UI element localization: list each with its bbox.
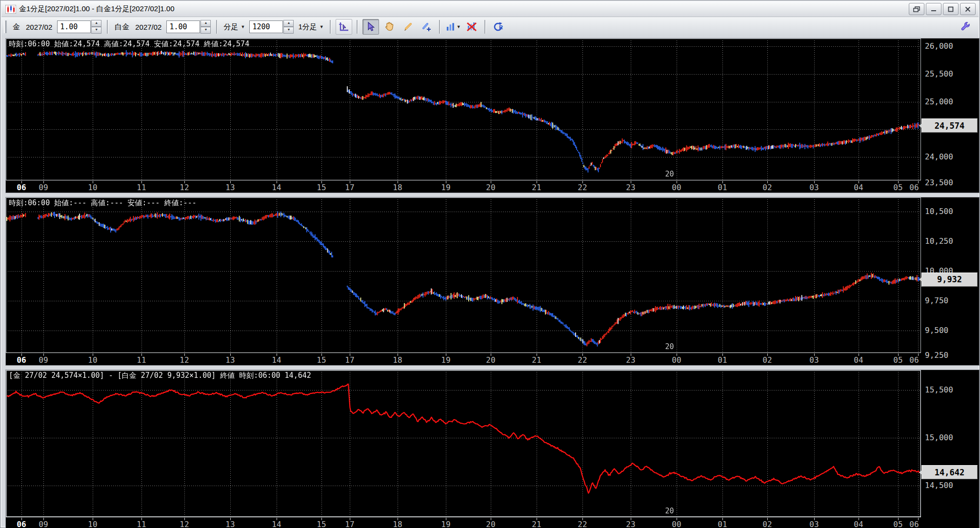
gold-multiplier-up-button[interactable]: ▲ [91,20,101,27]
axes-cursor-icon [338,21,350,33]
toolbar-separator [216,20,218,34]
x-axis-label: 01 [718,183,727,192]
select-cursor-tool-button[interactable] [362,19,379,35]
gold-chart-canvas[interactable] [6,39,921,180]
x-axis-label: 19 [441,520,450,528]
x-axis-label: 03 [809,183,819,192]
bar-count-down-button[interactable]: ▼ [283,27,294,34]
x-axis-label: 21 [532,520,541,528]
bar-type-dropdown[interactable]: 分足 ▼ [223,22,245,32]
x-axis-label: 05 [893,520,902,528]
bar-count-input[interactable]: 1200 [249,20,283,33]
app-window: 金1分足[2027/02]1.00 - 白金1分足[2027/02]1.00 金… [0,0,980,528]
x-axis-label: 10 [88,520,97,528]
pencil-tool-button[interactable] [400,19,416,35]
platinum-price-axis[interactable]: 9,932 10,50010,25010,0009,7509,5009,250 [921,197,979,365]
platinum-panel: 時刻:06:00 始値:--- 高値:--- 安値:--- 終値:--- 20 … [5,197,980,366]
bar-count-up-button[interactable]: ▲ [283,20,294,27]
x-axis-label: 03 [809,520,819,528]
x-axis-label: 17 [345,355,354,365]
close-button[interactable] [960,3,976,15]
x-axis-label: 09 [39,355,48,365]
gold-info-line: 時刻:06:00 始値:24,574 高値:24,574 安値:24,574 終… [9,39,249,49]
clear-chart-icon [466,21,478,33]
platinum-symbol-label: 白金 [115,22,129,32]
y-axis-label: 24,000 [925,152,953,161]
maximize-button[interactable] [943,3,959,15]
charts-region: 時刻:06:00 始値:24,574 高値:24,574 安値:24,574 終… [1,37,979,527]
reload-icon: R [493,21,504,33]
x-axis-label: 20 [486,520,495,528]
x-axis-label: 01 [718,355,727,365]
x-axis-label: 02 [762,355,772,365]
platinum-time-axis[interactable]: 0609101112131415171819202122230001020304… [6,353,921,365]
y-axis-label: 9,250 [925,351,948,360]
date-label: 20 [665,342,674,351]
x-axis-label: 10 [88,355,97,365]
gold-time-axis[interactable]: 0609101112131415171819202122230001020304… [6,180,921,193]
x-axis-label: 23 [626,355,635,365]
x-axis-label: 04 [854,520,863,528]
gold-price-axis[interactable]: 24,574 26,00025,50025,00024,00023,500 [921,39,979,193]
x-axis-label: 14 [272,355,281,365]
y-axis-label: 25,500 [925,69,953,78]
toolbar-grip[interactable] [4,20,7,33]
x-axis-label: 13 [225,183,235,192]
platinum-multiplier-up-button[interactable]: ▲ [200,20,211,27]
spread-chart-canvas[interactable] [6,370,921,517]
spread-time-axis[interactable]: 0609101112131415171819202122230001020304… [6,517,921,528]
x-axis-label: 13 [225,355,235,365]
toolbar-separator [330,20,331,34]
x-axis-label: 02 [762,520,772,528]
x-axis-label: 15 [317,355,326,365]
gold-multiplier-down-button[interactable]: ▼ [91,27,101,34]
platinum-multiplier-down-button[interactable]: ▼ [200,27,211,34]
clear-chart-button[interactable] [463,19,480,35]
candlestick-app-icon [5,5,16,14]
platinum-multiplier-spinner: 1.00 ▲ ▼ [166,20,211,34]
axes-cursor-tool-button[interactable] [336,19,352,35]
chart-style-dropdown-button[interactable]: ▼ [445,19,461,35]
platinum-chart-canvas[interactable] [6,197,921,353]
marker-tool-button[interactable] [418,19,435,35]
spread-info-line: [金 27/02 24,574×1.00] - [白金 27/02 9,932×… [9,371,311,380]
x-axis-label: 05 [893,183,902,192]
x-axis-label: 06 [17,183,26,192]
platinum-info-line: 時刻:06:00 始値:--- 高値:--- 安値:--- 終値:--- [9,198,197,208]
toolbar-separator [484,20,486,34]
float-window-button[interactable] [909,3,924,15]
x-axis-label: 19 [441,355,450,365]
x-axis-label: 11 [137,355,146,365]
gold-plot-area[interactable]: 20 [6,39,921,180]
window-title: 金1分足[2027/02]1.00 - 白金1分足[2027/02]1.00 [19,4,175,14]
x-axis-label: 15 [317,183,326,192]
pan-tool-button[interactable] [381,19,398,35]
gold-last-price-box: 24,574 [921,118,978,133]
gold-multiplier-input[interactable]: 1.00 [57,20,91,33]
reload-button[interactable]: R [490,19,507,35]
x-axis-label: 06 [17,520,26,528]
x-axis-label: 05 [893,355,902,365]
platinum-plot-area[interactable]: 20 [6,197,921,353]
title-bar[interactable]: 金1分足[2027/02]1.00 - 白金1分足[2027/02]1.00 [1,1,979,17]
x-axis-label: 21 [532,183,541,192]
x-axis-label: 19 [441,183,450,192]
spread-price-axis[interactable]: 14,642 15,50015,00014,500 [921,370,979,528]
minimize-button[interactable] [926,3,941,15]
toolbar: 金 2027/02 1.00 ▲ ▼ 白金 2027/02 1.00 ▲ ▼ 分… [1,17,979,37]
x-axis-label: 09 [39,183,48,192]
spread-plot-area[interactable]: 20 [6,370,921,517]
platinum-multiplier-input[interactable]: 1.00 [166,20,200,33]
settings-wrench-button[interactable] [957,19,974,35]
bar-type-label: 分足 [223,22,238,32]
x-axis-label: 01 [718,520,727,528]
x-axis-label: 18 [393,183,402,192]
interval-dropdown[interactable]: 1分足 ▼ [298,22,323,32]
x-axis-label: 22 [578,355,587,365]
svg-text:R: R [499,24,503,30]
date-label: 20 [665,170,674,178]
x-axis-label: 18 [393,520,402,528]
x-axis-label: 20 [486,355,495,365]
x-axis-label: 21 [532,355,541,365]
x-axis-label: 13 [225,520,235,528]
